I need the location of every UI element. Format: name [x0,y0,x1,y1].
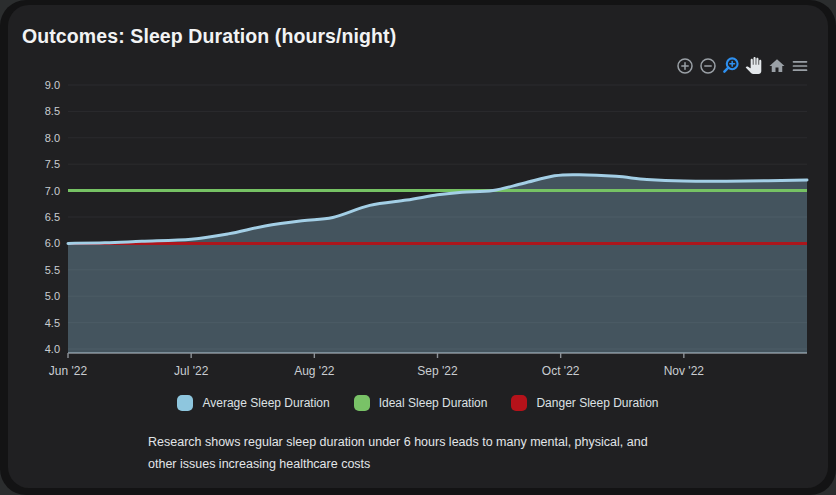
legend-item-danger-sleep[interactable]: Danger Sleep Duration [511,395,658,411]
svg-text:7.5: 7.5 [45,158,60,170]
legend-item-average-sleep[interactable]: Average Sleep Duration [177,395,329,411]
svg-text:7.0: 7.0 [45,185,60,197]
legend-item-ideal-sleep[interactable]: Ideal Sleep Duration [354,395,488,411]
chart-card: Outcomes: Sleep Duration (hours/night) [8,5,828,488]
chart-caption: Research shows regular sleep duration un… [148,432,748,475]
chart-legend: Average Sleep Duration Ideal Sleep Durat… [8,395,828,411]
danger-sleep-swatch [511,395,527,411]
svg-text:4.0: 4.0 [45,343,60,355]
svg-text:6.0: 6.0 [45,237,60,249]
svg-text:Nov '22: Nov '22 [664,364,705,378]
svg-text:8.5: 8.5 [45,105,60,117]
caption-line-2: other issues increasing healthcare costs [148,454,748,476]
svg-text:Aug '22: Aug '22 [294,364,335,378]
svg-text:Jun '22: Jun '22 [49,364,88,378]
svg-text:5.0: 5.0 [45,290,60,302]
legend-label: Ideal Sleep Duration [379,396,488,410]
svg-text:Jul '22: Jul '22 [174,364,209,378]
average-sleep-swatch [177,395,193,411]
svg-text:Oct '22: Oct '22 [542,364,580,378]
svg-text:Sep '22: Sep '22 [417,364,458,378]
chart-canvas[interactable]: 4.04.55.05.56.06.57.07.58.08.59.0Jun '22… [8,5,828,385]
svg-text:4.5: 4.5 [45,317,60,329]
svg-text:8.0: 8.0 [45,132,60,144]
caption-line-1: Research shows regular sleep duration un… [148,432,748,454]
svg-text:6.5: 6.5 [45,211,60,223]
svg-text:9.0: 9.0 [45,79,60,91]
legend-label: Danger Sleep Duration [536,396,658,410]
svg-text:5.5: 5.5 [45,264,60,276]
legend-label: Average Sleep Duration [202,396,329,410]
ideal-sleep-swatch [354,395,370,411]
